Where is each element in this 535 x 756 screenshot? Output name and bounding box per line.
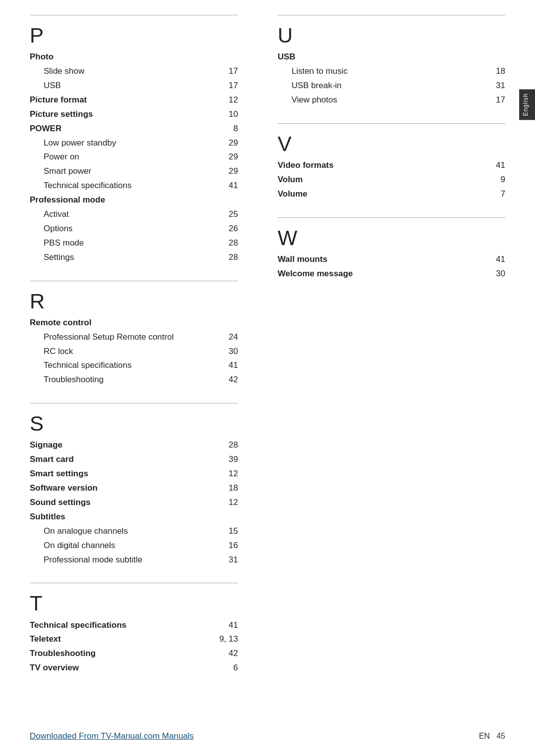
entry-page: 28 <box>223 438 238 453</box>
index-section-p: PPhotoSlide show17USB17Picture format12P… <box>30 15 238 276</box>
entry-label: Welcome message <box>277 267 353 281</box>
entry-label: Activat <box>30 207 69 222</box>
section-divider <box>277 123 505 124</box>
entry-page: 41 <box>490 158 505 173</box>
index-entry: Technical specifications41 <box>30 618 238 633</box>
entry-page: 15 <box>223 524 238 539</box>
entry-label: Power on <box>30 150 79 164</box>
entry-label: Technical specifications <box>30 618 126 633</box>
entry-label: Troubleshooting <box>30 373 104 387</box>
entry-label: On digital channels <box>30 539 115 553</box>
index-section-t: TTechnical specifications41Teletext9, 13… <box>30 583 238 686</box>
section-divider <box>277 15 505 15</box>
entry-label: Subtitles <box>30 510 65 524</box>
entry-label: Wall mounts <box>277 252 327 267</box>
entry-page: 41 <box>490 252 505 267</box>
index-entry: Professional mode <box>30 193 238 207</box>
entry-label: Slide show <box>30 64 84 79</box>
entry-page: 30 <box>223 345 238 359</box>
index-entry: Volume7 <box>277 187 505 202</box>
index-entry: Technical specifications41 <box>30 358 238 373</box>
section-spacer <box>277 281 505 292</box>
entry-page: 6 <box>223 661 238 675</box>
entry-label: On analogue channels <box>30 524 128 539</box>
entry-label: USB <box>277 50 295 64</box>
index-entry: Troubleshooting42 <box>30 373 238 387</box>
entry-page: 12 <box>223 93 238 107</box>
entry-page: 42 <box>223 647 238 661</box>
section-spacer <box>30 567 238 578</box>
index-entry: Picture format12 <box>30 93 238 107</box>
index-entry: Sound settings12 <box>30 496 238 510</box>
entry-label: View photos <box>277 93 337 107</box>
entry-label: POWER <box>30 122 61 136</box>
entry-page: 9, 13 <box>219 632 238 647</box>
entry-label: Sound settings <box>30 496 91 510</box>
entry-label: TV overview <box>30 661 79 675</box>
section-divider <box>277 217 505 218</box>
section-spacer <box>277 107 505 118</box>
entry-page: 42 <box>223 373 238 387</box>
index-entry: Professional Setup Remote control24 <box>30 330 238 345</box>
entry-page: 25 <box>223 207 238 222</box>
section-letter-v: V <box>277 133 505 155</box>
entry-label: Signage <box>30 438 62 453</box>
entry-page: 10 <box>223 107 238 122</box>
entry-page: 39 <box>223 453 238 467</box>
section-letter-w: W <box>277 227 505 250</box>
entry-page: 41 <box>223 179 238 193</box>
page-wrapper: English PPhotoSlide show17USB17Picture f… <box>0 0 535 756</box>
entry-label: RC lock <box>30 345 73 359</box>
entry-label: Professional mode subtitle <box>30 553 142 567</box>
index-entry: Wall mounts41 <box>277 252 505 267</box>
section-letter-t: T <box>30 592 238 615</box>
index-entry: Settings28 <box>30 251 238 265</box>
section-spacer <box>30 265 238 276</box>
entry-label: Technical specifications <box>30 358 132 373</box>
index-entry: Video formats41 <box>277 158 505 173</box>
index-entry: POWER8 <box>30 122 238 136</box>
index-entry: Smart power29 <box>30 164 238 179</box>
index-entry: Slide show17 <box>30 64 238 79</box>
index-entry: Teletext9, 13 <box>30 632 238 647</box>
entry-page: 31 <box>490 79 505 93</box>
entry-label: Technical specifications <box>30 179 132 193</box>
entry-label: Video formats <box>277 158 333 173</box>
index-entry: USB <box>277 50 505 64</box>
entry-page: 17 <box>223 79 238 93</box>
two-col-layout: PPhotoSlide show17USB17Picture format12P… <box>30 15 505 691</box>
left-column: PPhotoSlide show17USB17Picture format12P… <box>30 15 258 691</box>
index-entry: On analogue channels15 <box>30 524 238 539</box>
entry-page: 8 <box>223 122 238 136</box>
entry-page: 26 <box>223 222 238 236</box>
footer-link[interactable]: Downloaded From TV-Manual.com Manuals <box>30 731 194 741</box>
index-entry: Smart settings12 <box>30 467 238 481</box>
section-divider <box>30 281 238 281</box>
index-section-r: RRemote controlProfessional Setup Remote… <box>30 281 238 399</box>
index-section-s: SSignage28Smart card39Smart settings12So… <box>30 403 238 578</box>
index-entry: Activat25 <box>30 207 238 222</box>
entry-page: 29 <box>223 164 238 179</box>
index-entry: Signage28 <box>30 438 238 453</box>
index-section-w: WWall mounts41Welcome message30 <box>277 217 505 292</box>
index-entry: Volum9 <box>277 173 505 187</box>
section-letter-p: P <box>30 24 238 47</box>
entry-label: PBS mode <box>30 236 84 251</box>
section-letter-s: S <box>30 412 238 435</box>
section-divider <box>30 403 238 403</box>
index-entry: Power on29 <box>30 150 238 164</box>
entry-page: 30 <box>490 267 505 281</box>
entry-label: Troubleshooting <box>30 647 96 661</box>
index-entry: Software version18 <box>30 481 238 496</box>
index-entry: Picture settings10 <box>30 107 238 122</box>
section-divider <box>30 583 238 583</box>
section-spacer <box>30 675 238 686</box>
entry-label: Volum <box>277 173 303 187</box>
entry-page: 16 <box>223 539 238 553</box>
entry-label: Options <box>30 222 73 236</box>
entry-page: 41 <box>223 358 238 373</box>
entry-label: Volume <box>277 187 307 202</box>
entry-label: Listen to music <box>277 64 347 79</box>
entry-label: Picture settings <box>30 107 93 122</box>
entry-page: 12 <box>223 467 238 481</box>
